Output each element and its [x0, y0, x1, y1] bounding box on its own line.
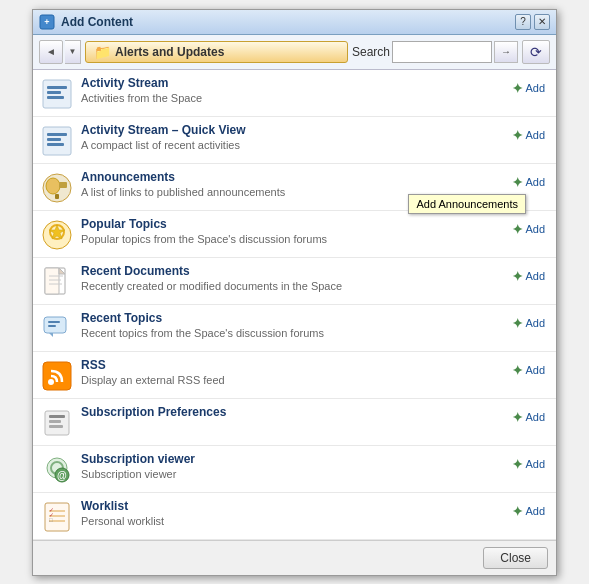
item-desc-activity-stream: Activities from the Space [81, 92, 501, 104]
add-label-subscription-preferences: Add [525, 411, 545, 423]
search-area: Search → [352, 41, 518, 63]
item-desc-rss: Display an external RSS feed [81, 374, 501, 386]
svg-text:□: □ [49, 517, 53, 523]
add-button-announcements[interactable]: ✦ Add [509, 174, 548, 191]
folder-name: Alerts and Updates [115, 45, 224, 59]
item-text-recent-topics: Recent Topics Recent topics from the Spa… [81, 311, 501, 339]
folder-icon: 📁 [94, 44, 111, 60]
add-button-worklist[interactable]: ✦ Add [509, 503, 548, 520]
tooltip-announcements: Add Announcements [408, 194, 526, 214]
svg-rect-12 [59, 182, 67, 188]
item-title-recent-topics: Recent Topics [81, 311, 501, 325]
title-buttons: ? ✕ [515, 14, 550, 30]
add-plus-icon-announcements: ✦ [512, 175, 523, 190]
item-icon-rss [41, 360, 73, 392]
window-title: Add Content [61, 15, 133, 29]
list-item: Activity Stream – Quick View A compact l… [33, 117, 556, 164]
item-text-subscription-viewer: Subscription viewer Subscription viewer [81, 452, 501, 480]
content-list: Activity Stream Activities from the Spac… [33, 70, 556, 540]
add-button-activity-stream-quick[interactable]: ✦ Add [509, 127, 548, 144]
add-plus-icon-recent-topics: ✦ [512, 316, 523, 331]
item-icon-subscription-preferences [41, 407, 73, 439]
svg-rect-9 [47, 143, 64, 146]
svg-rect-18 [45, 268, 59, 294]
item-title-rss: RSS [81, 358, 501, 372]
list-item: Popular Topics Popular topics from the S… [33, 211, 556, 258]
svg-rect-4 [47, 91, 61, 94]
content-area: Activity Stream Activities from the Spac… [33, 70, 556, 540]
item-text-rss: RSS Display an external RSS feed [81, 358, 501, 386]
add-button-recent-topics[interactable]: ✦ Add [509, 315, 548, 332]
list-item: Recent Topics Recent topics from the Spa… [33, 305, 556, 352]
nav-dropdown-button[interactable]: ▼ [65, 40, 81, 64]
svg-rect-26 [48, 325, 56, 327]
add-button-popular-topics[interactable]: ✦ Add [509, 221, 548, 238]
item-desc-recent-documents: Recently created or modified documents i… [81, 280, 501, 292]
item-desc-subscription-viewer: Subscription viewer [81, 468, 501, 480]
svg-rect-31 [49, 420, 61, 423]
item-icon-worklist: ✓✓□ [41, 501, 73, 533]
list-item: Activity Stream Activities from the Spac… [33, 70, 556, 117]
item-title-activity-stream: Activity Stream [81, 76, 501, 90]
item-desc-worklist: Personal worklist [81, 515, 501, 527]
item-icon-activity-stream-quick [41, 125, 73, 157]
window-icon: + [39, 14, 55, 30]
window-close-button[interactable]: ✕ [534, 14, 550, 30]
add-plus-icon-rss: ✦ [512, 363, 523, 378]
add-label-activity-stream: Add [525, 82, 545, 94]
add-plus-icon-popular-topics: ✦ [512, 222, 523, 237]
item-title-subscription-preferences: Subscription Preferences [81, 405, 501, 419]
add-plus-icon-recent-documents: ✦ [512, 269, 523, 284]
list-item: ✓✓□ Worklist Personal worklist ✦ Add [33, 493, 556, 540]
back-button[interactable]: ◄ [39, 40, 63, 64]
svg-text:+: + [44, 17, 49, 27]
search-go-button[interactable]: → [494, 41, 518, 63]
add-button-subscription-preferences[interactable]: ✦ Add [509, 409, 548, 426]
add-plus-icon-activity-stream-quick: ✦ [512, 128, 523, 143]
item-title-popular-topics: Popular Topics [81, 217, 501, 231]
item-icon-recent-topics [41, 313, 73, 345]
add-label-worklist: Add [525, 505, 545, 517]
toolbar: ◄ ▼ 📁 Alerts and Updates Search → ⟳ [33, 35, 556, 70]
item-text-activity-stream: Activity Stream Activities from the Spac… [81, 76, 501, 104]
item-title-activity-stream-quick: Activity Stream – Quick View [81, 123, 501, 137]
add-label-rss: Add [525, 364, 545, 376]
add-content-window: + Add Content ? ✕ ◄ ▼ 📁 Alerts and Updat… [32, 9, 557, 576]
breadcrumb-folder[interactable]: 📁 Alerts and Updates [85, 41, 348, 63]
add-label-recent-documents: Add [525, 270, 545, 282]
svg-rect-30 [49, 415, 65, 418]
search-input[interactable] [392, 41, 492, 63]
add-plus-icon-subscription-viewer: ✦ [512, 457, 523, 472]
add-plus-icon-activity-stream: ✦ [512, 81, 523, 96]
list-item: Subscription Preferences ✦ Add [33, 399, 556, 446]
item-desc-activity-stream-quick: A compact list of recent activities [81, 139, 501, 151]
add-button-subscription-viewer[interactable]: ✦ Add [509, 456, 548, 473]
help-button[interactable]: ? [515, 14, 531, 30]
close-button[interactable]: Close [483, 547, 548, 569]
svg-point-11 [46, 178, 60, 194]
list-item: @ Subscription viewer Subscription viewe… [33, 446, 556, 493]
svg-rect-5 [47, 96, 64, 99]
add-button-activity-stream[interactable]: ✦ Add [509, 80, 548, 97]
add-button-recent-documents[interactable]: ✦ Add [509, 268, 548, 285]
item-desc-recent-topics: Recent topics from the Space's discussio… [81, 327, 501, 339]
item-title-recent-documents: Recent Documents [81, 264, 501, 278]
add-label-activity-stream-quick: Add [525, 129, 545, 141]
item-title-subscription-viewer: Subscription viewer [81, 452, 501, 466]
title-bar: + Add Content ? ✕ [33, 10, 556, 35]
footer: Close [33, 540, 556, 575]
item-text-worklist: Worklist Personal worklist [81, 499, 501, 527]
refresh-button[interactable]: ⟳ [522, 40, 550, 64]
add-button-rss[interactable]: ✦ Add [509, 362, 548, 379]
search-label: Search [352, 45, 390, 59]
item-text-activity-stream-quick: Activity Stream – Quick View A compact l… [81, 123, 501, 151]
svg-rect-25 [48, 321, 60, 323]
add-label-subscription-viewer: Add [525, 458, 545, 470]
item-icon-popular-topics [41, 219, 73, 251]
item-icon-activity-stream [41, 78, 73, 110]
item-icon-recent-documents [41, 266, 73, 298]
svg-rect-13 [55, 194, 59, 199]
add-label-recent-topics: Add [525, 317, 545, 329]
add-label-popular-topics: Add [525, 223, 545, 235]
add-plus-icon-subscription-preferences: ✦ [512, 410, 523, 425]
